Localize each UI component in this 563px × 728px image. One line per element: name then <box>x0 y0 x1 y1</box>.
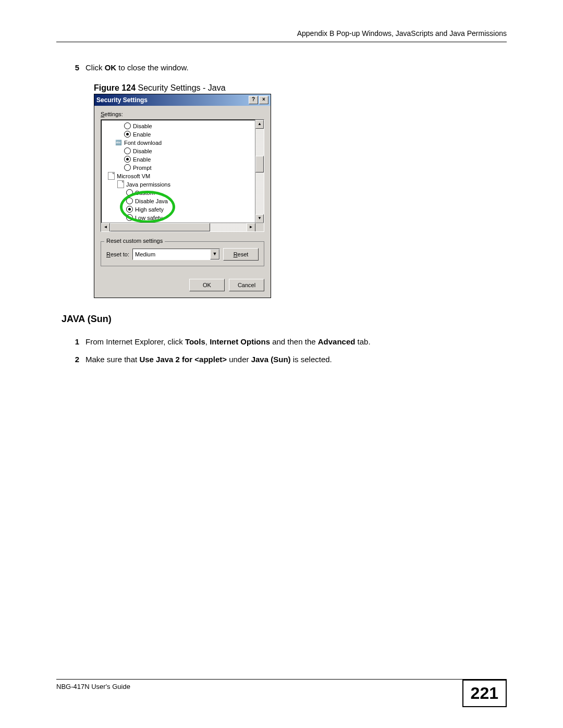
step-1: 1 From Internet Explorer, click Tools, I… <box>62 336 507 348</box>
scroll-thumb[interactable] <box>255 156 264 172</box>
radio-icon[interactable] <box>124 147 131 154</box>
radio-icon[interactable] <box>126 214 133 221</box>
document-icon <box>117 181 124 188</box>
dialog-title: Security Settings <box>96 96 248 104</box>
page-footer: NBG-417N User's Guide 221 <box>56 679 507 707</box>
tree-item[interactable]: Prompt <box>133 165 151 171</box>
help-button[interactable]: ? <box>249 96 258 104</box>
text-bold: Use Java 2 for <applet> <box>139 355 227 364</box>
tree-item: Font download <box>124 140 162 146</box>
step-number: 1 <box>62 336 85 348</box>
text: and then the <box>270 337 318 346</box>
footer-guide-name: NBG-417N User's Guide <box>56 683 130 690</box>
figure-title: Security Settings - Java <box>136 83 226 92</box>
step-number: 2 <box>62 354 85 366</box>
font-icon: 🔤 <box>115 139 122 146</box>
figure-caption: Figure 124 Security Settings - Java <box>94 83 507 93</box>
radio-icon[interactable] <box>124 164 131 171</box>
text: , <box>205 337 210 346</box>
radio-icon[interactable] <box>124 122 131 129</box>
dialog-titlebar: Security Settings ? × <box>94 94 271 106</box>
scroll-down-icon[interactable]: ▼ <box>255 214 264 223</box>
text: under <box>227 355 251 364</box>
text-bold: OK <box>105 63 117 72</box>
radio-icon[interactable] <box>124 131 131 138</box>
tree-item: Java permissions <box>126 181 170 188</box>
reset-to-label: Reset to: <box>106 251 129 257</box>
security-settings-dialog: Security Settings ? × Settings: Disable … <box>94 94 271 298</box>
scroll-up-icon[interactable]: ▲ <box>255 120 264 129</box>
step-text: Make sure that Use Java 2 for <applet> u… <box>85 354 507 366</box>
step-text: Click OK to close the window. <box>85 62 507 74</box>
text: is selected. <box>291 355 332 364</box>
scroll-right-icon[interactable]: ► <box>247 223 255 232</box>
reset-level-combo[interactable]: Medium ▼ <box>132 249 220 260</box>
radio-icon[interactable] <box>126 198 133 204</box>
step-5: 5 Click OK to close the window. <box>62 62 507 74</box>
text-bold: Internet Options <box>210 337 270 346</box>
tree-item: Microsoft VM <box>117 173 150 179</box>
figure-label: Figure 124 <box>94 83 136 92</box>
text-bold: Advanced <box>318 337 356 346</box>
step-2: 2 Make sure that Use Java 2 for <applet>… <box>62 354 507 366</box>
horizontal-scrollbar[interactable]: ◄ ► <box>101 223 264 231</box>
tree-item[interactable]: High safety <box>135 206 164 213</box>
ok-button[interactable]: OK <box>189 279 225 291</box>
section-heading-java-sun: JAVA (Sun) <box>62 314 507 325</box>
text: Make sure that <box>85 355 139 364</box>
scroll-left-icon[interactable]: ◄ <box>101 223 110 232</box>
step-text: From Internet Explorer, click Tools, Int… <box>85 336 507 348</box>
step-number: 5 <box>62 62 85 74</box>
radio-icon[interactable] <box>126 206 133 213</box>
reset-fieldset: Reset custom settings Reset to: Medium ▼… <box>101 241 264 266</box>
scroll-thumb[interactable] <box>110 223 210 231</box>
document-icon <box>107 172 115 180</box>
text: Click <box>85 63 105 72</box>
text: From Internet Explorer, click <box>85 337 185 346</box>
settings-tree[interactable]: Disable Enable 🔤Font download Disable En… <box>101 119 264 232</box>
radio-icon[interactable] <box>124 156 131 163</box>
text-bold: Tools <box>185 337 205 346</box>
text: to close the window. <box>116 63 188 72</box>
tree-item[interactable]: Enable <box>133 131 151 138</box>
text-bold: Java (Sun) <box>251 355 291 364</box>
tree-item[interactable]: Disable Java <box>135 198 168 204</box>
tree-item[interactable]: Custom <box>135 190 155 196</box>
cancel-button[interactable]: Cancel <box>229 279 264 291</box>
chevron-down-icon[interactable]: ▼ <box>210 249 219 260</box>
combo-value: Medium <box>133 251 210 257</box>
close-button[interactable]: × <box>259 96 268 104</box>
text: tab. <box>355 337 370 346</box>
page-header: Appendix B Pop-up Windows, JavaScripts a… <box>56 29 507 42</box>
tree-item[interactable]: Disable <box>133 123 152 129</box>
radio-icon[interactable] <box>126 189 133 196</box>
settings-label: Settings: <box>101 111 264 117</box>
reset-button[interactable]: Reset <box>223 248 259 261</box>
vertical-scrollbar[interactable]: ▲ ▼ <box>255 120 264 223</box>
page-number: 221 <box>462 680 507 707</box>
tree-item[interactable]: Enable <box>133 156 151 163</box>
fieldset-legend: Reset custom settings <box>104 238 165 244</box>
tree-item[interactable]: Low safety <box>135 215 163 221</box>
tree-item[interactable]: Disable <box>133 148 152 154</box>
